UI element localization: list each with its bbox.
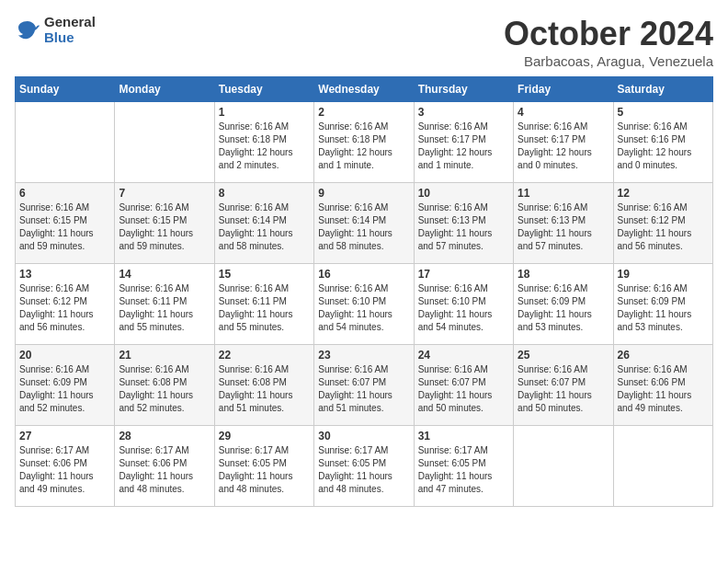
calendar-cell: 1Sunrise: 6:16 AMSunset: 6:18 PMDaylight… xyxy=(214,102,313,183)
calendar-cell: 17Sunrise: 6:16 AMSunset: 6:10 PMDayligh… xyxy=(414,264,513,345)
header-cell-tuesday: Tuesday xyxy=(214,77,313,102)
day-number: 26 xyxy=(618,349,709,362)
week-row-5: 27Sunrise: 6:17 AMSunset: 6:06 PMDayligh… xyxy=(16,426,713,507)
day-number: 23 xyxy=(318,349,409,362)
week-row-4: 20Sunrise: 6:16 AMSunset: 6:09 PMDayligh… xyxy=(16,345,713,426)
day-number: 29 xyxy=(219,430,310,442)
day-number: 9 xyxy=(318,187,409,200)
cell-detail: Sunrise: 6:17 AMSunset: 6:05 PMDaylight:… xyxy=(219,444,310,496)
calendar-cell: 25Sunrise: 6:16 AMSunset: 6:07 PMDayligh… xyxy=(514,345,613,426)
logo-bird-icon xyxy=(15,17,40,43)
cell-detail: Sunrise: 6:16 AMSunset: 6:18 PMDaylight:… xyxy=(318,121,409,172)
day-number: 5 xyxy=(618,106,709,119)
cell-detail: Sunrise: 6:16 AMSunset: 6:09 PMDaylight:… xyxy=(518,282,609,334)
cell-detail: Sunrise: 6:16 AMSunset: 6:14 PMDaylight:… xyxy=(219,201,310,253)
calendar-cell: 26Sunrise: 6:16 AMSunset: 6:06 PMDayligh… xyxy=(613,345,712,426)
cell-detail: Sunrise: 6:16 AMSunset: 6:11 PMDaylight:… xyxy=(119,282,210,334)
day-number: 2 xyxy=(318,106,409,119)
location-subtitle: Barbacoas, Aragua, Venezuela xyxy=(504,53,713,69)
cell-detail: Sunrise: 6:16 AMSunset: 6:09 PMDaylight:… xyxy=(618,282,709,334)
day-number: 15 xyxy=(219,268,310,281)
day-number: 17 xyxy=(418,268,509,281)
calendar-cell: 29Sunrise: 6:17 AMSunset: 6:05 PMDayligh… xyxy=(214,426,313,507)
calendar-cell: 24Sunrise: 6:16 AMSunset: 6:07 PMDayligh… xyxy=(414,345,513,426)
cell-detail: Sunrise: 6:16 AMSunset: 6:13 PMDaylight:… xyxy=(518,201,609,253)
cell-detail: Sunrise: 6:16 AMSunset: 6:10 PMDaylight:… xyxy=(318,282,409,334)
calendar-cell: 30Sunrise: 6:17 AMSunset: 6:05 PMDayligh… xyxy=(314,426,414,507)
cell-detail: Sunrise: 6:16 AMSunset: 6:07 PMDaylight:… xyxy=(418,363,509,415)
calendar-cell: 12Sunrise: 6:16 AMSunset: 6:12 PMDayligh… xyxy=(613,183,712,264)
calendar-cell xyxy=(514,426,613,507)
calendar-cell: 5Sunrise: 6:16 AMSunset: 6:16 PMDaylight… xyxy=(613,102,712,183)
title-area: October 2024 Barbacoas, Aragua, Venezuel… xyxy=(504,15,713,69)
calendar-cell: 15Sunrise: 6:16 AMSunset: 6:11 PMDayligh… xyxy=(214,264,313,345)
logo-text: General Blue xyxy=(44,15,96,45)
calendar-cell: 4Sunrise: 6:16 AMSunset: 6:17 PMDaylight… xyxy=(514,102,613,183)
logo: General Blue xyxy=(15,15,96,45)
calendar-cell: 18Sunrise: 6:16 AMSunset: 6:09 PMDayligh… xyxy=(514,264,613,345)
day-number: 3 xyxy=(418,106,509,119)
cell-detail: Sunrise: 6:16 AMSunset: 6:06 PMDaylight:… xyxy=(618,363,709,415)
day-number: 19 xyxy=(618,268,709,281)
calendar-cell: 11Sunrise: 6:16 AMSunset: 6:13 PMDayligh… xyxy=(514,183,613,264)
cell-detail: Sunrise: 6:16 AMSunset: 6:15 PMDaylight:… xyxy=(19,201,110,253)
cell-detail: Sunrise: 6:16 AMSunset: 6:15 PMDaylight:… xyxy=(119,201,210,253)
day-number: 13 xyxy=(19,268,110,281)
day-number: 14 xyxy=(119,268,210,281)
calendar-cell: 14Sunrise: 6:16 AMSunset: 6:11 PMDayligh… xyxy=(115,264,214,345)
cell-detail: Sunrise: 6:16 AMSunset: 6:11 PMDaylight:… xyxy=(219,282,310,334)
calendar-cell: 31Sunrise: 6:17 AMSunset: 6:05 PMDayligh… xyxy=(414,426,513,507)
cell-detail: Sunrise: 6:17 AMSunset: 6:06 PMDaylight:… xyxy=(119,444,210,496)
day-number: 4 xyxy=(518,106,609,119)
cell-detail: Sunrise: 6:16 AMSunset: 6:14 PMDaylight:… xyxy=(318,201,409,253)
day-number: 7 xyxy=(119,187,210,200)
day-number: 1 xyxy=(219,106,310,119)
cell-detail: Sunrise: 6:17 AMSunset: 6:06 PMDaylight:… xyxy=(19,444,110,496)
day-number: 21 xyxy=(119,349,210,362)
calendar-cell: 6Sunrise: 6:16 AMSunset: 6:15 PMDaylight… xyxy=(16,183,115,264)
header-row: SundayMondayTuesdayWednesdayThursdayFrid… xyxy=(16,77,713,102)
calendar-cell: 3Sunrise: 6:16 AMSunset: 6:17 PMDaylight… xyxy=(414,102,513,183)
calendar-cell: 8Sunrise: 6:16 AMSunset: 6:14 PMDaylight… xyxy=(214,183,313,264)
day-number: 16 xyxy=(318,268,409,281)
header-cell-friday: Friday xyxy=(514,77,613,102)
cell-detail: Sunrise: 6:16 AMSunset: 6:17 PMDaylight:… xyxy=(518,121,609,172)
day-number: 12 xyxy=(618,187,709,200)
day-number: 24 xyxy=(418,349,509,362)
calendar-cell: 23Sunrise: 6:16 AMSunset: 6:07 PMDayligh… xyxy=(314,345,414,426)
calendar-cell: 16Sunrise: 6:16 AMSunset: 6:10 PMDayligh… xyxy=(314,264,414,345)
calendar-cell: 20Sunrise: 6:16 AMSunset: 6:09 PMDayligh… xyxy=(16,345,115,426)
calendar-cell xyxy=(115,102,214,183)
logo-blue: Blue xyxy=(44,30,96,46)
header-cell-wednesday: Wednesday xyxy=(314,77,414,102)
cell-detail: Sunrise: 6:16 AMSunset: 6:16 PMDaylight:… xyxy=(618,121,709,172)
day-number: 22 xyxy=(219,349,310,362)
calendar-cell: 27Sunrise: 6:17 AMSunset: 6:06 PMDayligh… xyxy=(16,426,115,507)
cell-detail: Sunrise: 6:16 AMSunset: 6:08 PMDaylight:… xyxy=(119,363,210,415)
header-cell-thursday: Thursday xyxy=(414,77,513,102)
day-number: 20 xyxy=(19,349,110,362)
cell-detail: Sunrise: 6:16 AMSunset: 6:08 PMDaylight:… xyxy=(219,363,310,415)
cell-detail: Sunrise: 6:16 AMSunset: 6:17 PMDaylight:… xyxy=(418,121,509,172)
cell-detail: Sunrise: 6:16 AMSunset: 6:10 PMDaylight:… xyxy=(418,282,509,334)
calendar-cell: 10Sunrise: 6:16 AMSunset: 6:13 PMDayligh… xyxy=(414,183,513,264)
calendar-header: SundayMondayTuesdayWednesdayThursdayFrid… xyxy=(16,77,713,102)
day-number: 28 xyxy=(119,430,210,442)
day-number: 27 xyxy=(19,430,110,442)
calendar-cell: 7Sunrise: 6:16 AMSunset: 6:15 PMDaylight… xyxy=(115,183,214,264)
day-number: 8 xyxy=(219,187,310,200)
calendar-cell: 21Sunrise: 6:16 AMSunset: 6:08 PMDayligh… xyxy=(115,345,214,426)
cell-detail: Sunrise: 6:17 AMSunset: 6:05 PMDaylight:… xyxy=(318,444,409,496)
day-number: 25 xyxy=(518,349,609,362)
logo-general: General xyxy=(44,15,96,30)
calendar-cell: 19Sunrise: 6:16 AMSunset: 6:09 PMDayligh… xyxy=(613,264,712,345)
cell-detail: Sunrise: 6:16 AMSunset: 6:18 PMDaylight:… xyxy=(219,121,310,172)
day-number: 6 xyxy=(19,187,110,200)
cell-detail: Sunrise: 6:16 AMSunset: 6:07 PMDaylight:… xyxy=(518,363,609,415)
cell-detail: Sunrise: 6:16 AMSunset: 6:09 PMDaylight:… xyxy=(19,363,110,415)
cell-detail: Sunrise: 6:17 AMSunset: 6:05 PMDaylight:… xyxy=(418,444,509,496)
calendar-cell: 22Sunrise: 6:16 AMSunset: 6:08 PMDayligh… xyxy=(214,345,313,426)
header-cell-saturday: Saturday xyxy=(613,77,712,102)
calendar-cell: 9Sunrise: 6:16 AMSunset: 6:14 PMDaylight… xyxy=(314,183,414,264)
week-row-3: 13Sunrise: 6:16 AMSunset: 6:12 PMDayligh… xyxy=(16,264,713,345)
